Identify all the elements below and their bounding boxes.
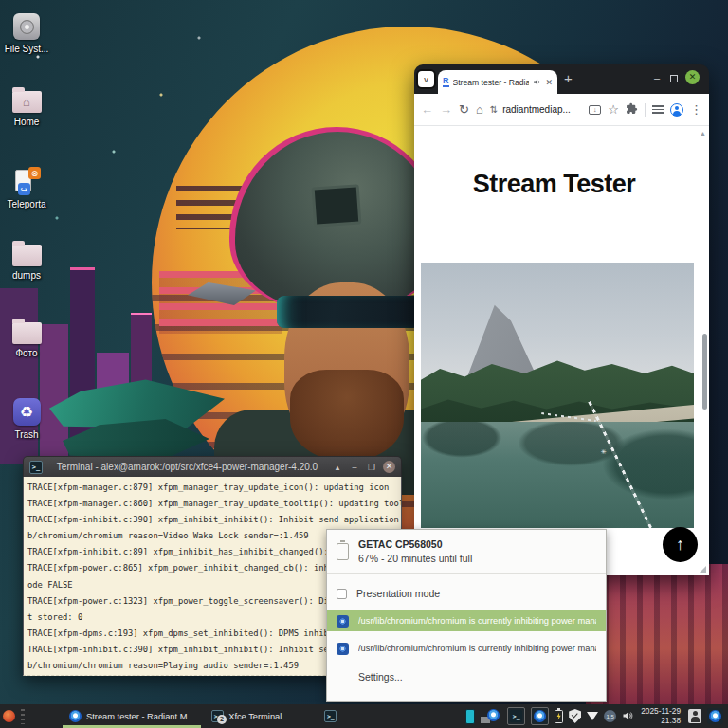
maximize-button[interactable]: ❐ [366,462,377,473]
tab-search-button[interactable]: v [418,71,434,87]
minimize-button[interactable]: – [349,462,360,473]
task-label: Stream tester - Radiant M... [86,712,194,721]
inhibitor-item[interactable]: /usr/lib/chromium/chromium is currently … [327,638,606,659]
favicon: R [443,77,449,87]
presentation-mode-item[interactable]: Presentation mode [327,583,606,604]
menu-separator [327,573,606,574]
taskbar-task-terminal[interactable]: >_ 2 Xfce Terminal [205,704,288,728]
desktop-icon-filesystem[interactable]: File Syst... [2,13,51,54]
install-app-icon[interactable]: ↓ [589,105,601,115]
back-to-top-button[interactable]: ↑ [663,527,698,562]
teleporta-icon: ⊗↪ [12,167,41,195]
bookmark-star-icon[interactable]: ☆ [608,103,619,116]
battery-status: 67% - 20 minutes until full [358,553,472,564]
phone-tray-icon[interactable] [465,709,475,724]
battery-charging-icon[interactable] [555,710,563,723]
chromium-tray-icon[interactable] [707,708,723,724]
desktop: File Syst... ⌂ Home ⊗↪ Teleporta dumps Ф… [0,0,728,728]
terminal-title: Terminal - alex@amarok:/opt/src/xfce4-po… [48,462,326,472]
window-count-badge: 2 [217,715,227,724]
folder-icon [12,322,42,344]
shade-button[interactable]: ▴ [332,462,343,473]
taskbar-terminal-icon[interactable]: >_ [324,710,337,722]
terminal-launcher-icon[interactable]: >_ [507,707,525,725]
system-tray: >_ 1.5 2025-11-29 21:38 [465,707,725,725]
maximize-button[interactable] [670,75,678,82]
page-title: Stream Tester [414,170,694,199]
desktop-icon-photo[interactable]: Фото [2,322,51,358]
inhibitor-label: /usr/lib/chromium/chromium is currently … [358,644,596,653]
desktop-icon-home[interactable]: ⌂ Home [2,91,51,127]
battery-icon [337,543,349,560]
reading-list-icon[interactable] [652,105,664,114]
triangle-tray-icon[interactable] [587,712,598,720]
back-icon[interactable]: ← [421,103,433,116]
new-tab-button[interactable]: + [564,71,573,86]
checkbox-icon[interactable] [337,589,347,599]
applications-menu-icon[interactable] [3,710,15,722]
desktop-icon-label: Teleporta [7,199,46,209]
desktop-icon-label: File Syst... [5,44,49,54]
extensions-puzzle-icon[interactable] [626,101,638,118]
desktop-icon-teleporta[interactable]: ⊗↪ Teleporta [2,167,51,209]
web-page: Stream Tester ▲ ✳ ↑ [414,126,709,575]
panel-handle [21,709,25,724]
wallpaper-city-right [586,564,728,704]
power-manager-menu: GETAC CP568050 67% - 20 minutes until fu… [326,529,607,702]
video-player[interactable]: ✳ [421,263,694,528]
desktop-icon-trash[interactable]: ♻ Trash [2,398,51,440]
taskbar-task-browser[interactable]: Stream tester - Radiant M... [63,704,201,728]
battery-device-name: GETAC CP568050 [358,538,472,550]
window-group-icon[interactable] [481,709,501,724]
home-folder-icon: ⌂ [12,91,42,113]
scrollbar-thumb[interactable] [702,334,707,410]
address-bar[interactable]: ⇅ radiantmediap... [490,104,583,115]
browser-menu-icon[interactable]: ⋮ [690,103,702,116]
browser-tab[interactable]: R Stream tester - Radiant M ✕ [438,70,557,94]
chromium-launcher-icon[interactable] [531,707,549,725]
browser-window: v R Stream tester - Radiant M ✕ + – ✕ ← … [414,64,709,575]
video-buoy-marker: ✳ [601,448,608,455]
shield-check-icon[interactable] [569,709,581,723]
browser-tabstrip: v R Stream tester - Radiant M ✕ + – ✕ [414,64,709,94]
inhibitor-label: /usr/lib/chromium/chromium is currently … [358,616,596,626]
task-label: Xfce Terminal [228,712,282,721]
wallpaper-beard [290,370,404,461]
terminal-icon: >_ [29,461,43,474]
speed-badge-icon[interactable]: 1.5 [604,710,616,722]
close-button[interactable]: ✕ [383,461,395,473]
settings-menu-item[interactable]: Settings... [327,665,606,682]
desktop-icon-label: dumps [12,270,41,281]
home-icon[interactable]: ⌂ [476,103,483,116]
minimize-button[interactable]: – [654,72,660,84]
desktop-icon-dumps[interactable]: dumps [2,245,51,281]
reload-icon[interactable]: ↻ [459,103,469,116]
presentation-mode-label: Presentation mode [356,588,440,599]
profile-avatar-icon[interactable] [670,103,683,117]
toolbar-divider [645,103,646,117]
desktop-icon-label: Home [14,117,40,127]
trash-icon: ♻ [13,398,41,426]
terminal-titlebar[interactable]: >_ Terminal - alex@amarok:/opt/src/xfce4… [23,456,402,477]
chromium-icon [337,643,349,655]
drive-icon [13,13,40,40]
close-button[interactable]: ✕ [685,70,700,84]
forward-icon[interactable]: → [440,103,452,116]
inhibitor-item-highlighted[interactable]: /usr/lib/chromium/chromium is currently … [327,610,606,631]
audio-playing-icon [533,78,541,86]
desktop-icon-label: Trash [14,429,38,440]
battery-device-item[interactable]: GETAC CP568050 67% - 20 minutes until fu… [327,537,606,570]
tab-close-icon[interactable]: ✕ [545,78,553,87]
keyboard-layout-icon[interactable] [688,709,701,723]
scrollbar-up-arrow[interactable]: ▲ [700,130,706,136]
chromium-icon [337,615,349,628]
taskbar: Stream tester - Radiant M... >_ 2 Xfce T… [0,704,728,728]
video-water [421,422,694,528]
site-info-icon[interactable]: ⇅ [490,104,498,115]
browser-toolbar: ← → ↻ ⌂ ⇅ radiantmediap... ↓ ☆ ⋮ [414,94,709,126]
tab-title: Stream tester - Radiant M [453,78,530,87]
volume-icon[interactable] [622,708,633,725]
clock[interactable]: 2025-11-29 21:38 [641,707,681,725]
terminal-icon: >_ 2 [211,710,224,722]
window-resize-grip[interactable] [700,566,706,573]
